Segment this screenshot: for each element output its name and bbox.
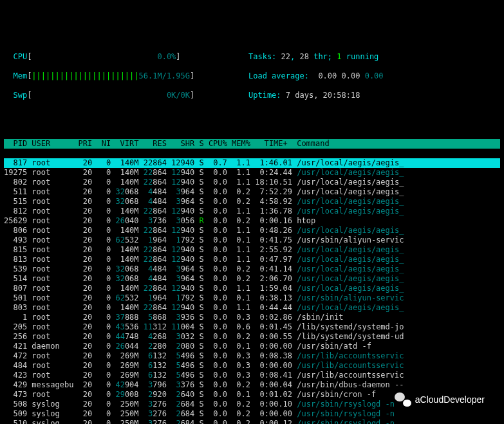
- swp-meter: Swp[ 0K/0K]: [4, 91, 248, 100]
- table-row[interactable]: 802 root 20 0 140M 22864 12940 S 0.0 1.1…: [4, 178, 500, 187]
- table-row[interactable]: 472 root 20 0 269M 6132 5496 S 0.0 0.3 0…: [4, 351, 500, 361]
- table-row[interactable]: 539 root 20 0 32068 4484 3964 S 0.0 0.2 …: [4, 264, 500, 274]
- table-row[interactable]: 815 root 20 0 140M 22864 12940 S 0.0 1.1…: [4, 245, 500, 255]
- table-row[interactable]: 514 root 20 0 32068 4484 3964 S 0.0 0.2 …: [4, 274, 500, 284]
- table-row[interactable]: 429 messagebu 20 0 42904 3796 3376 S 0.0…: [4, 380, 500, 390]
- watermark-text: aCloudDeveloper: [415, 395, 485, 405]
- wechat-icon: [395, 392, 411, 407]
- table-row[interactable]: 509 syslog 20 0 250M 3276 2684 S 0.0 0.2…: [4, 409, 500, 419]
- table-row[interactable]: 812 root 20 0 140M 22864 12940 S 0.0 1.1…: [4, 207, 500, 216]
- column-headers[interactable]: PID USER PRI NI VIRT RES SHR S CPU% MEM%…: [4, 139, 500, 149]
- table-row[interactable]: 25629 root 20 0 26040 3736 3056 R 0.0 0.…: [4, 216, 500, 226]
- table-row[interactable]: 493 root 20 0 62532 1964 1792 S 0.0 0.1 …: [4, 235, 500, 245]
- table-row[interactable]: 1 root 20 0 37888 5868 3936 S 0.0 0.3 0:…: [4, 313, 500, 322]
- table-row[interactable]: 813 root 20 0 140M 22864 12940 S 0.0 1.1…: [4, 255, 500, 264]
- uptime-line: Uptime: 7 days, 20:58:18: [248, 91, 500, 100]
- meters: CPU[ 0.0%] Mem[|||||||||||||||||||||||56…: [4, 42, 248, 110]
- table-row[interactable]: 806 root 20 0 140M 22864 12940 S 0.0 1.1…: [4, 226, 500, 235]
- process-list[interactable]: 817 root 20 0 140M 22864 12940 S 0.7 1.1…: [4, 158, 500, 424]
- table-row[interactable]: 817 root 20 0 140M 22864 12940 S 0.7 1.1…: [4, 158, 500, 168]
- table-row[interactable]: 511 root 20 0 32068 4484 3964 S 0.0 0.2 …: [4, 187, 500, 197]
- table-row[interactable]: 515 root 20 0 32068 4484 3964 S 0.0 0.2 …: [4, 197, 500, 207]
- table-row[interactable]: 510 syslog 20 0 250M 3276 2684 S 0.0 0.2…: [4, 419, 500, 424]
- table-row[interactable]: 484 root 20 0 269M 6132 5496 S 0.0 0.3 0…: [4, 361, 500, 371]
- summary: Tasks: 22, 28 thr; 1 running Load averag…: [248, 42, 500, 110]
- table-row[interactable]: 256 root 20 0 44748 4268 3032 S 0.0 0.2 …: [4, 332, 500, 342]
- table-row[interactable]: 19275 root 20 0 140M 22864 12940 S 0.0 1…: [4, 168, 500, 178]
- mem-meter: Mem[|||||||||||||||||||||||56.1M/1.95G]: [4, 71, 248, 81]
- table-row[interactable]: 421 daemon 20 0 26044 2280 2080 S 0.0 0.…: [4, 342, 500, 351]
- tasks-line: Tasks: 22, 28 thr; 1 running: [248, 52, 500, 62]
- header: CPU[ 0.0%] Mem[|||||||||||||||||||||||56…: [4, 42, 500, 110]
- table-row[interactable]: 205 root 20 0 43536 11312 11004 S 0.0 0.…: [4, 322, 500, 332]
- table-row[interactable]: 807 root 20 0 140M 22864 12940 S 0.0 1.1…: [4, 284, 500, 293]
- table-row[interactable]: 501 root 20 0 62532 1964 1792 S 0.0 0.1 …: [4, 293, 500, 303]
- watermark: aCloudDeveloper: [395, 392, 485, 407]
- load-line: Load average: 0.00 0.00 0.00: [248, 71, 500, 81]
- cpu-meter: CPU[ 0.0%]: [4, 52, 248, 62]
- table-row[interactable]: 803 root 20 0 140M 22864 12940 S 0.0 1.1…: [4, 303, 500, 313]
- table-row[interactable]: 423 root 20 0 269M 6132 5496 S 0.0 0.3 0…: [4, 371, 500, 380]
